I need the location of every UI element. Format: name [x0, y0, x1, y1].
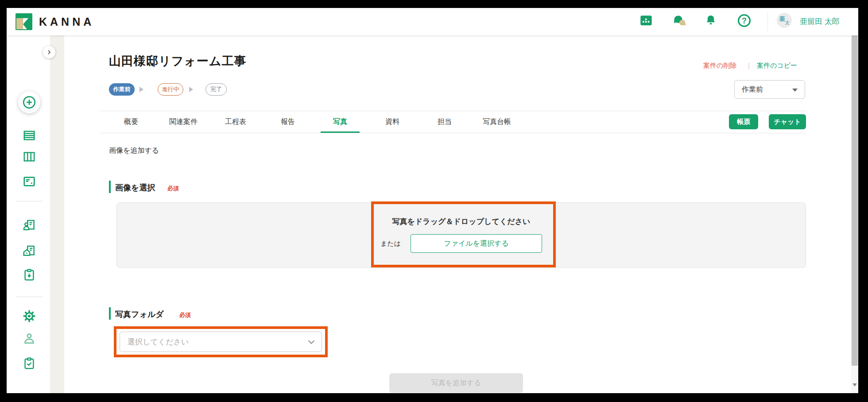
link-divider: | [748, 62, 750, 69]
chevron-down-icon [308, 338, 314, 344]
report-button[interactable]: 帳票 [729, 114, 758, 129]
person-document-icon[interactable] [23, 218, 36, 232]
sidebar [7, 35, 50, 393]
section-accent-bar [109, 181, 111, 193]
chat-button[interactable]: チャット [769, 114, 806, 129]
caret-down-icon [792, 89, 798, 92]
tab-photos[interactable]: 写真 [314, 111, 366, 132]
tab-photo-ledger[interactable]: 写真台帳 [471, 111, 523, 132]
required-badge: 必須 [179, 311, 191, 319]
select-file-button[interactable]: ファイルを選択する [411, 234, 542, 253]
form-heading: 画像を追加する [109, 146, 159, 155]
tab-documents[interactable]: 資料 [366, 111, 418, 132]
photo-dropzone[interactable]: 写真をドラッグ＆ドロップしてください または ファイルを選択する [116, 202, 806, 268]
image-section-label: 画像を選択 [115, 182, 155, 193]
tab-schedule[interactable]: 工程表 [209, 111, 262, 132]
gear-icon[interactable] [23, 309, 36, 323]
clipboard-check-icon[interactable] [23, 357, 36, 370]
copy-project-link[interactable]: 案件のコピー [757, 62, 797, 70]
kanna-logo-icon [16, 13, 32, 30]
screenshot-frame: KANNA [0, 0, 868, 402]
required-badge: 必須 [167, 185, 179, 193]
plus-circle-icon[interactable] [18, 91, 40, 113]
sidebar-expand-button[interactable] [43, 46, 55, 58]
chat-icon[interactable] [672, 13, 687, 28]
tab-report[interactable]: 報告 [262, 111, 314, 132]
status-step-inprogress: 進行中 [158, 83, 183, 96]
tabs-bottom-divider [100, 133, 807, 133]
tab-staff[interactable]: 担当 [418, 111, 471, 132]
tab-bar: 概要 関連案件 工程表 報告 写真 資料 担当 写真台帳 [105, 111, 523, 132]
status-step-before: 作業前 [109, 83, 135, 96]
or-label: または [380, 240, 401, 248]
photo-folder-select[interactable]: 選択してください [120, 332, 322, 352]
app-window: KANNA [7, 8, 858, 393]
user-name[interactable]: 亜留田 太郎 [800, 16, 840, 27]
section-accent-bar [109, 307, 111, 320]
sidebar-divider [16, 201, 43, 201]
top-header: KANNA [7, 8, 858, 35]
sidebar-gutter [50, 35, 64, 393]
card-icon[interactable] [23, 175, 36, 188]
status-step-done: 完了 [205, 83, 227, 96]
scrollbar-down-arrow-icon[interactable] [852, 383, 857, 387]
sidebar-divider [16, 297, 43, 297]
list-rows-icon[interactable] [23, 129, 36, 142]
scrollbar-thumb[interactable] [852, 19, 858, 366]
clipboard-download-icon[interactable] [23, 268, 36, 282]
header-divider [767, 12, 768, 31]
board-columns-icon[interactable] [23, 150, 36, 163]
select-placeholder: 選択してください [128, 337, 189, 347]
step-arrow-icon [140, 87, 143, 92]
dropzone-title: 写真をドラッグ＆ドロップしてください [392, 216, 531, 227]
house-document-icon[interactable] [23, 244, 36, 257]
delete-project-link[interactable]: 案件の削除 [703, 62, 736, 70]
brand-name: KANNA [39, 15, 94, 28]
folder-section-label: 写真フォルダ [115, 309, 164, 320]
page-title: 山田様邸リフォーム工事 [109, 53, 247, 69]
svg-text:?: ? [742, 16, 747, 25]
tab-overview[interactable]: 概要 [105, 111, 157, 132]
chevron-right-icon [47, 50, 51, 55]
bell-icon[interactable] [703, 13, 718, 28]
tab-related[interactable]: 関連案件 [157, 111, 209, 132]
avatar[interactable]: 亜 太 [777, 13, 792, 28]
status-select[interactable]: 作業前 [734, 80, 805, 99]
calendar-icon[interactable] [639, 13, 654, 28]
help-icon[interactable]: ? [736, 13, 752, 28]
person-icon[interactable] [23, 332, 36, 345]
add-photos-button[interactable]: 写真を追加する [389, 373, 523, 393]
step-arrow-icon [189, 87, 193, 92]
